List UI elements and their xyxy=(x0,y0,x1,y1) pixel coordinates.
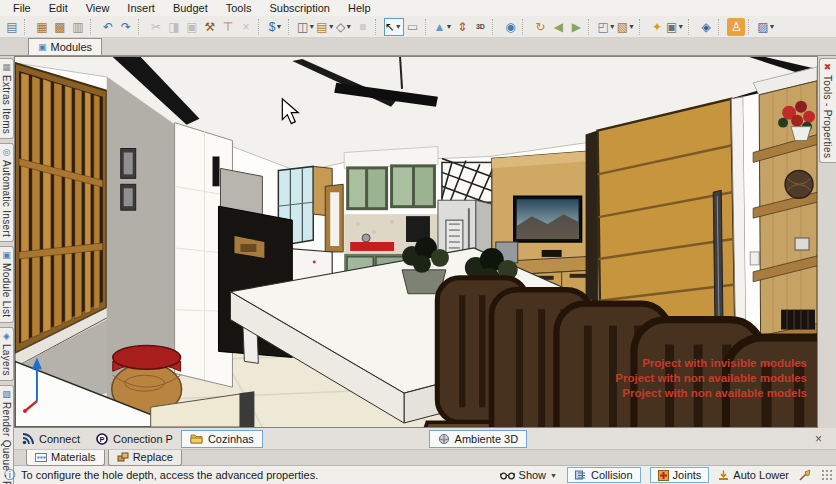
wall-sconce[interactable] xyxy=(213,156,220,186)
undo-icon[interactable]: ↶ xyxy=(99,18,117,36)
auto-lower-icon xyxy=(718,470,729,481)
menu-budget[interactable]: Budget xyxy=(164,1,217,15)
tab-replace[interactable]: Replace xyxy=(108,450,182,466)
collision-toggle[interactable]: Collision xyxy=(567,467,641,483)
build-tool-icon[interactable]: ⚒ xyxy=(201,18,219,36)
nav-back-icon[interactable]: ◀ xyxy=(549,18,567,36)
menu-file[interactable]: File xyxy=(4,1,40,15)
glasses-icon xyxy=(500,471,515,480)
inactive-tool-icon[interactable]: ■ xyxy=(354,18,372,36)
sidebar-tab-layers[interactable]: ◈ Layers xyxy=(0,327,14,381)
info-icon: ⓘ xyxy=(4,467,16,484)
joints-toggle[interactable]: Joints xyxy=(650,467,710,483)
insert-3d-icon[interactable]: ▲▼ xyxy=(434,18,454,36)
menu-insert[interactable]: Insert xyxy=(118,1,164,15)
resize-grip[interactable] xyxy=(822,470,833,481)
menu-subscription[interactable]: Subscription xyxy=(260,1,339,15)
right-dock: ✖ Tools - Properties xyxy=(818,56,836,428)
sidebar-tab-automatic-insert[interactable]: ◎ Automatic Insert xyxy=(0,143,14,242)
warning-line: Project with non available models xyxy=(615,386,807,401)
paint-roller-icon[interactable]: ⊤ xyxy=(219,18,237,36)
cozinhas-folder-icon xyxy=(190,433,203,444)
display-settings-icon[interactable]: ▨▼ xyxy=(757,18,776,36)
measure-icon[interactable]: ▭ xyxy=(404,18,422,36)
chevron-down-icon: ▼ xyxy=(345,23,352,30)
print-icon[interactable]: ▥ xyxy=(69,18,87,36)
menu-help[interactable]: Help xyxy=(339,1,380,15)
project-warnings: Project with invisible modules Project w… xyxy=(615,356,807,401)
replace-icon xyxy=(117,452,129,462)
menu-edit[interactable]: Edit xyxy=(40,1,77,15)
toolbar-separator xyxy=(90,19,96,35)
broom-icon[interactable] xyxy=(798,469,811,482)
menu-view[interactable]: View xyxy=(77,1,119,15)
viewport-layout-icon[interactable]: ◰▼ xyxy=(597,18,616,36)
sidebar-tab-extras-items[interactable]: ▦ Extras Items xyxy=(0,58,14,139)
move-icon[interactable]: ◈ xyxy=(697,18,715,36)
auto-lower-toggle[interactable]: Auto Lower xyxy=(718,469,789,481)
snapshot-icon[interactable]: ▣▼ xyxy=(666,18,685,36)
box-3d-icon[interactable]: ▧▼ xyxy=(617,18,636,36)
bottom-tab-bar: Connect P Conection P Cozinhas Ambiente … xyxy=(0,428,836,450)
shapes-icon[interactable]: ◇▼ xyxy=(336,18,354,36)
budget-icon[interactable]: $▼ xyxy=(267,18,285,36)
nav-forward-icon[interactable]: ▶ xyxy=(567,18,585,36)
tab-materials[interactable]: Materials xyxy=(26,450,105,466)
modules-tab-label: Modules xyxy=(51,41,93,53)
lattice-panel xyxy=(442,158,496,206)
toolbar-separator xyxy=(718,19,724,35)
redo-icon[interactable]: ↷ xyxy=(117,18,135,36)
red-counter-appliance[interactable] xyxy=(350,242,394,251)
paste-icon: ▣ xyxy=(183,18,201,36)
close-tab-button[interactable]: × xyxy=(809,432,828,446)
status-bar: ⓘ To configure the hole depth, access th… xyxy=(0,466,836,484)
render-queue-icon: ▧ xyxy=(2,390,11,399)
person-view-icon[interactable]: ♙ xyxy=(727,18,745,36)
select-arrow-icon[interactable]: ↖▼ xyxy=(384,18,404,36)
shelf-books[interactable] xyxy=(781,310,815,330)
chevron-down-icon: ▼ xyxy=(550,472,557,479)
extras-items-icon: ▦ xyxy=(2,63,11,72)
materials-icon xyxy=(35,453,47,462)
toolbar-separator xyxy=(138,19,144,35)
chevron-down-icon: ▼ xyxy=(769,23,776,30)
person-3d-icon[interactable]: 3D xyxy=(471,18,489,36)
tab-connect[interactable]: Connect xyxy=(14,431,88,447)
render-light-icon[interactable]: ✦ xyxy=(648,18,666,36)
toolbar-separator xyxy=(639,19,645,35)
toolbar-separator xyxy=(258,19,264,35)
sidebar-tab-module-list[interactable]: ▣ Module List xyxy=(0,246,14,322)
cut-icon: ✂ xyxy=(147,18,165,36)
viewport-3d[interactable]: Project with invisible modules Project w… xyxy=(14,56,818,428)
hallway-doorway xyxy=(325,184,343,252)
orbit-icon[interactable]: ↻ xyxy=(531,18,549,36)
door-height-icon[interactable]: ⇕ xyxy=(453,18,471,36)
toolbar-separator xyxy=(492,19,498,35)
modules-icon: ▣ xyxy=(38,42,47,52)
left-dock: ▦ Extras Items ◎ Automatic Insert ▣ Modu… xyxy=(0,56,14,428)
conection-p-icon: P xyxy=(96,433,108,445)
layers-icon: ◈ xyxy=(3,332,10,341)
show-dropdown[interactable]: Show ▼ xyxy=(500,469,558,481)
tab-conection-p[interactable]: P Conection P xyxy=(88,431,181,447)
tab-ambiente-3d[interactable]: Ambiente 3D xyxy=(429,430,528,448)
ambiente-3d-icon xyxy=(438,433,450,445)
menu-tools[interactable]: Tools xyxy=(217,1,261,15)
save-icon[interactable]: ▤ xyxy=(3,18,21,36)
tab-modules[interactable]: ▣ Modules xyxy=(28,38,102,55)
sidebar-tab-tools-properties[interactable]: ✖ Tools - Properties xyxy=(819,58,836,163)
chevron-down-icon: ▼ xyxy=(677,23,684,30)
eye-icon[interactable]: ◉ xyxy=(501,18,519,36)
status-message: To configure the hole depth, access the … xyxy=(21,469,318,481)
tv[interactable] xyxy=(514,196,582,242)
floorplan-icon[interactable]: ◫▼ xyxy=(297,18,316,36)
shelf-wicker-sphere[interactable] xyxy=(785,170,813,198)
catalog-icon[interactable]: ▩ xyxy=(51,18,69,36)
toolbar-separator xyxy=(522,19,528,35)
shelf-outlet xyxy=(795,238,809,250)
copy-icon: ◨ xyxy=(165,18,183,36)
open-project-icon[interactable]: ▦ xyxy=(33,18,51,36)
chevron-down-icon: ▼ xyxy=(628,23,635,30)
walls-icon[interactable]: ▤▼ xyxy=(316,18,335,36)
tab-cozinhas[interactable]: Cozinhas xyxy=(181,430,263,448)
